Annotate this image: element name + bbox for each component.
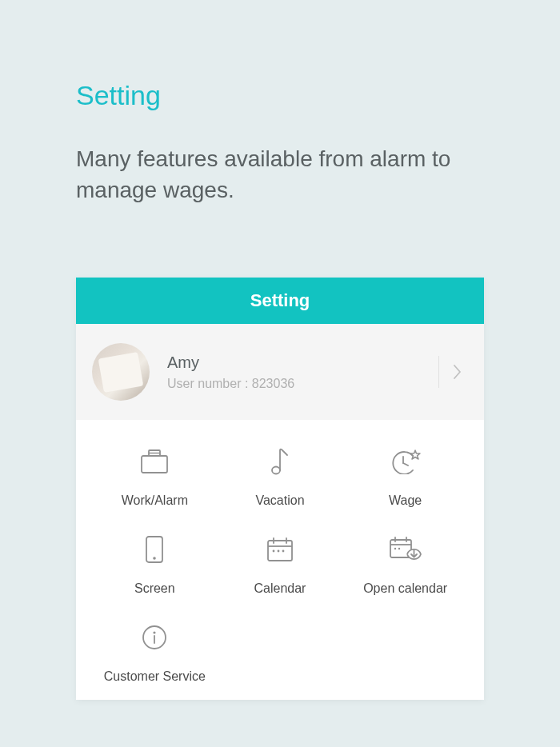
page-subtitle: Many features available from alarm to ma… — [76, 143, 484, 206]
phone-icon — [146, 532, 163, 567]
svg-point-19 — [394, 548, 395, 549]
svg-rect-0 — [142, 456, 167, 473]
menu-item-label: Customer Service — [104, 669, 206, 684]
menu-item-label: Screen — [134, 581, 175, 596]
profile-info: Amy User number : 823036 — [167, 354, 438, 391]
avatar — [92, 343, 150, 401]
calendar-icon — [267, 532, 293, 567]
chevron-right-icon — [454, 365, 462, 379]
svg-point-3 — [272, 467, 280, 474]
profile-name: Amy — [167, 354, 438, 372]
music-note-icon — [271, 444, 289, 479]
menu-item-label: Work/Alarm — [122, 493, 188, 508]
menu-grid: Work/Alarm Vacation — [92, 444, 468, 684]
menu-item-label: Wage — [389, 493, 422, 508]
calendar-download-icon — [390, 532, 422, 567]
menu-item-open-calendar[interactable]: Open calendar — [342, 532, 468, 596]
menu-item-vacation[interactable]: Vacation — [218, 444, 343, 508]
svg-point-7 — [154, 557, 157, 561]
app-header-bar: Setting — [76, 278, 484, 324]
page-title: Setting — [76, 80, 484, 111]
svg-point-20 — [398, 548, 399, 549]
menu-item-label: Vacation — [255, 493, 304, 508]
page-header: Setting Many features available from ala… — [0, 0, 560, 238]
svg-point-14 — [282, 550, 285, 553]
menu-item-work-alarm[interactable]: Work/Alarm — [92, 444, 218, 508]
svg-rect-8 — [268, 541, 292, 561]
svg-point-12 — [273, 550, 275, 553]
svg-point-13 — [278, 550, 280, 553]
settings-app-card: Setting Amy User number : 823036 — [76, 278, 484, 700]
menu-item-screen[interactable]: Screen — [92, 532, 218, 596]
svg-line-5 — [403, 463, 408, 465]
info-icon — [142, 620, 167, 655]
menu-item-label: Calendar — [254, 581, 306, 596]
profile-user-number: User number : 823036 — [167, 377, 438, 391]
menu-grid-section: Work/Alarm Vacation — [76, 420, 484, 700]
menu-item-wage[interactable]: Wage — [342, 444, 468, 508]
clock-star-icon — [390, 444, 421, 479]
briefcase-icon — [141, 444, 168, 479]
divider — [438, 356, 439, 388]
menu-item-calendar[interactable]: Calendar — [218, 532, 343, 596]
app-header-title: Setting — [250, 290, 310, 310]
menu-item-customer-service[interactable]: Customer Service — [92, 620, 218, 684]
profile-row[interactable]: Amy User number : 823036 — [76, 324, 484, 420]
menu-item-label: Open calendar — [363, 581, 447, 596]
svg-point-23 — [154, 632, 156, 634]
